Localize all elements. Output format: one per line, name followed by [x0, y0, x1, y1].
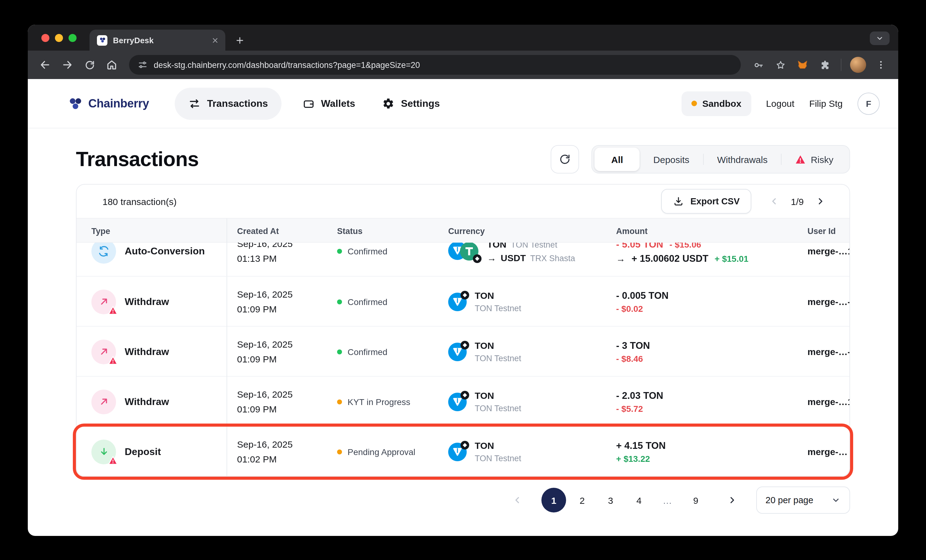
warning-triangle-icon — [108, 456, 118, 465]
chainberry-logo-icon — [67, 95, 83, 112]
from-network: TON Testnet — [511, 243, 557, 249]
tab-risky[interactable]: Risky — [782, 148, 847, 171]
app-nav: Transactions Wallets Settings — [175, 87, 446, 120]
table-row[interactable]: Withdraw Sep-16, 2025 01:09 PM Confirmed — [77, 276, 849, 326]
tab-close-icon[interactable] — [209, 35, 220, 46]
status-dot-confirmed — [337, 299, 342, 304]
browser-menu-button[interactable] — [871, 55, 891, 75]
reload-button[interactable] — [80, 55, 99, 75]
page-button-3[interactable]: 3 — [598, 488, 623, 513]
pagination-next-button[interactable] — [722, 490, 743, 511]
address-bar[interactable]: desk-stg.chainberry.com/dashboard/transa… — [129, 55, 741, 75]
risky-warning-icon — [796, 154, 806, 165]
currency-symbol: TON — [475, 289, 521, 302]
page-buttons: 1 2 3 4 … 9 — [542, 488, 708, 513]
network-badge-icon — [460, 341, 469, 349]
user-name: Filip Stg — [809, 98, 843, 109]
currency-network: TON Testnet — [475, 402, 521, 415]
bookmark-star-button[interactable] — [770, 55, 790, 75]
close-window-button[interactable] — [41, 34, 49, 42]
to-amount: + 15.00602 USDT — [631, 251, 708, 265]
transaction-date: Sep-16, 2025 — [237, 437, 327, 452]
transaction-time: 01:09 PM — [237, 301, 327, 316]
fullscreen-window-button[interactable] — [68, 34, 77, 42]
per-page-select[interactable]: 20 per page — [756, 487, 850, 514]
nav-wallets[interactable]: Wallets — [296, 87, 362, 120]
sandbox-badge[interactable]: Sandbox — [681, 91, 751, 116]
metamask-extension-button[interactable] — [793, 55, 813, 75]
export-csv-button[interactable]: Export CSV — [661, 189, 752, 213]
sandbox-dot-icon — [691, 101, 697, 106]
user-id: merge-…1 — [797, 246, 849, 256]
transaction-date: Sep-16, 2025 — [237, 387, 327, 402]
status-label: Confirmed — [348, 297, 387, 307]
status-label: Confirmed — [348, 347, 387, 357]
page-button-1[interactable]: 1 — [542, 488, 566, 513]
col-header-type: Type — [77, 219, 227, 243]
nav-settings-label: Settings — [401, 98, 440, 109]
browser-profile-avatar[interactable] — [850, 57, 866, 73]
logout-link[interactable]: Logout — [766, 98, 794, 109]
withdraw-icon — [91, 339, 116, 364]
to-symbol: USDT — [501, 251, 526, 265]
page-button-2[interactable]: 2 — [570, 488, 595, 513]
user-id: merge-…1 — [797, 397, 849, 407]
nav-settings[interactable]: Settings — [376, 87, 446, 120]
refresh-button[interactable] — [551, 145, 579, 174]
currency-network: TON Testnet — [475, 452, 521, 465]
browser-tab[interactable]: BerryDesk — [89, 30, 225, 51]
site-settings-icon[interactable] — [138, 60, 148, 70]
card-next-page-button[interactable] — [814, 194, 827, 208]
amount-fiat: - $5.72 — [616, 402, 797, 415]
to-network: TRX Shasta — [530, 253, 575, 263]
forward-button[interactable] — [57, 55, 77, 75]
tab-all[interactable]: All — [595, 148, 640, 171]
transaction-type: Withdraw — [125, 346, 169, 357]
browser-toolbar: desk-stg.chainberry.com/dashboard/transa… — [28, 51, 898, 79]
amount-crypto: - 2.03 TON — [616, 388, 797, 402]
pagination-prev-button[interactable] — [507, 490, 528, 511]
warning-triangle-icon — [108, 305, 118, 315]
tab-search-button[interactable] — [870, 32, 890, 45]
card-header: 180 transaction(s) Export CSV 1/9 — [77, 185, 849, 218]
minimize-window-button[interactable] — [55, 34, 63, 42]
browser-window: BerryDesk — [28, 25, 898, 536]
download-icon — [673, 196, 684, 207]
tab-withdrawals-label: Withdrawals — [717, 154, 767, 165]
transaction-date: Sep-16, 2025 — [237, 287, 327, 301]
nav-wallets-label: Wallets — [321, 98, 355, 109]
from-fiat: - $15.06 — [669, 243, 701, 251]
header-right: Sandbox Logout Filip Stg F — [681, 91, 880, 116]
nav-transactions[interactable]: Transactions — [175, 87, 281, 120]
col-header-created: Created At — [227, 226, 327, 236]
nav-transactions-label: Transactions — [207, 98, 268, 109]
ton-coin-icon — [448, 292, 467, 311]
table-row[interactable]: Withdraw Sep-16, 2025 01:09 PM Confirmed — [77, 326, 849, 376]
table-row[interactable]: Auto-Conversion Sep-16, 2025 01:13 PM Co… — [77, 243, 849, 276]
conversion-arrow: → — [616, 253, 625, 263]
amount-crypto: + 4.15 TON — [616, 438, 797, 452]
tab-withdrawals[interactable]: Withdrawals — [704, 148, 781, 171]
table-header-row: Type Created At Status Currency Amount U… — [77, 218, 849, 243]
sandbox-label: Sandbox — [702, 98, 741, 109]
user-avatar[interactable]: F — [858, 92, 880, 115]
page-button-4[interactable]: 4 — [626, 488, 651, 513]
user-id: merge-… — [797, 446, 849, 457]
ton-coin-icon — [448, 392, 467, 411]
user-id: merge-…- — [797, 347, 849, 357]
password-key-button[interactable] — [748, 55, 768, 75]
transactions-card-wrap: 180 transaction(s) Export CSV 1/9 — [76, 184, 850, 477]
status-label: KYT in Progress — [348, 397, 410, 407]
desktop: BerryDesk — [0, 0, 926, 560]
page-button-9[interactable]: 9 — [683, 488, 708, 513]
tab-deposits[interactable]: Deposits — [640, 148, 703, 171]
extensions-puzzle-button[interactable] — [815, 55, 835, 75]
back-button[interactable] — [35, 55, 55, 75]
card-prev-page-button[interactable] — [767, 194, 781, 208]
chainberry-brand[interactable]: Chainberry — [67, 95, 149, 112]
table-row[interactable]: Withdraw Sep-16, 2025 01:09 PM KYT in Pr… — [77, 376, 849, 426]
home-button[interactable] — [102, 55, 122, 75]
table-row[interactable]: Deposit Sep-16, 2025 01:02 PM Pending Ap… — [77, 426, 849, 476]
withdraw-icon — [91, 389, 116, 414]
new-tab-button[interactable] — [232, 32, 248, 48]
